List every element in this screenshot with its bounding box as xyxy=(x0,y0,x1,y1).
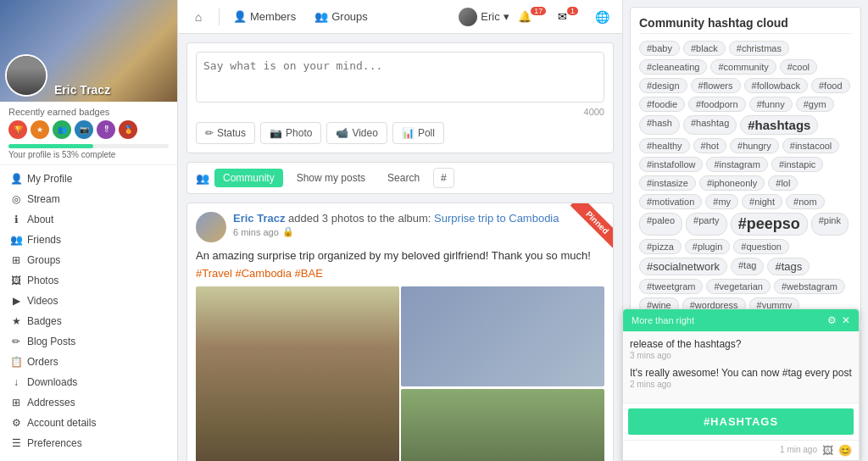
tag-instafollow[interactable]: #instafollow xyxy=(639,157,703,172)
nav-orders[interactable]: 📋Orders xyxy=(0,352,177,372)
user-menu[interactable]: Eric ▾ xyxy=(459,8,509,26)
home-button[interactable]: ⌂ xyxy=(186,5,210,29)
nav-about[interactable]: ℹAbout xyxy=(0,209,177,230)
tab-search[interactable]: Search xyxy=(379,169,428,187)
tag-question[interactable]: #question xyxy=(733,239,789,254)
nav-account-details[interactable]: ⚙Account details xyxy=(0,413,177,433)
tag-hashtag[interactable]: #hashtag xyxy=(683,115,737,135)
post-photo-main[interactable] xyxy=(196,286,399,461)
tag-gym[interactable]: #gym xyxy=(796,97,834,112)
tag-hashtags[interactable]: #hashtags xyxy=(740,115,818,135)
avatar[interactable] xyxy=(5,54,47,97)
envelope-icon: ✉ xyxy=(558,10,567,23)
tag-webstagram[interactable]: #webstagram xyxy=(774,279,845,294)
chat-emoji-icon[interactable]: 😊 xyxy=(838,444,852,457)
members-nav-link[interactable]: 👤 Members xyxy=(228,10,301,23)
nav-friends[interactable]: 👥Friends xyxy=(0,230,177,250)
video-button[interactable]: 📹 Video xyxy=(326,122,387,144)
tag-pizza[interactable]: #pizza xyxy=(639,239,682,254)
tag-instasize[interactable]: #instasize xyxy=(639,175,696,191)
tab-hash[interactable]: # xyxy=(433,168,454,188)
tag-tweetgram[interactable]: #tweetgram xyxy=(639,279,703,294)
nav-photos[interactable]: 🖼Photos xyxy=(0,270,177,291)
badge-1[interactable]: 🏆 xyxy=(8,120,27,139)
nav-downloads[interactable]: ↓Downloads xyxy=(0,372,177,392)
tag-vegetarian[interactable]: #vegetarian xyxy=(706,279,771,294)
post-photo-top-right[interactable] xyxy=(401,286,604,386)
tab-my-posts[interactable]: Show my posts xyxy=(288,169,374,187)
nav-blog-label: Blog Posts xyxy=(27,336,75,347)
tag-christmas[interactable]: #christmas xyxy=(729,41,789,56)
nav-badges[interactable]: ★Badges xyxy=(0,311,177,331)
tag-hash[interactable]: #hash xyxy=(639,115,680,135)
tag-iphoneonly[interactable]: #iphoneonly xyxy=(699,175,765,191)
nav-groups[interactable]: ⊞Groups xyxy=(0,250,177,270)
tag-instapic[interactable]: #instapic xyxy=(771,157,823,172)
tag-socialnetwork[interactable]: #socialnetwork xyxy=(639,258,727,275)
post-action-line: Eric Tracz added 3 photos to the album: … xyxy=(233,212,604,225)
tag-food[interactable]: #food xyxy=(811,78,850,93)
poll-button[interactable]: 📊 Poll xyxy=(392,122,444,144)
badge-2[interactable]: ★ xyxy=(31,120,49,139)
nav-videos[interactable]: ▶Videos xyxy=(0,291,177,311)
tag-instacool[interactable]: #instacool xyxy=(782,138,840,153)
tag-healthy[interactable]: #healthy xyxy=(639,138,690,153)
tag-community[interactable]: #community xyxy=(710,59,776,75)
post-photo-bottom-right[interactable] xyxy=(401,389,604,461)
tag-baby[interactable]: #baby xyxy=(639,41,680,56)
status-button[interactable]: ✏ Status xyxy=(196,122,255,144)
nav-my-profile[interactable]: 👤My Profile xyxy=(0,169,177,189)
badge-5[interactable]: 🎖 xyxy=(97,120,115,139)
tag-cleaneating[interactable]: #cleaneating xyxy=(639,59,707,75)
tag-followback[interactable]: #followback xyxy=(744,78,808,93)
tag-paleo[interactable]: #paleo xyxy=(639,213,682,236)
tag-hungry[interactable]: #hungry xyxy=(730,138,779,153)
tag-foodie[interactable]: #foodie xyxy=(639,97,685,112)
badge-3[interactable]: 👥 xyxy=(53,120,71,139)
tag-pink[interactable]: #pink xyxy=(811,213,849,236)
tag-instagram[interactable]: #instagram xyxy=(706,157,767,172)
about-icon: ℹ xyxy=(10,214,22,225)
nav-preferences[interactable]: ☰Preferences xyxy=(0,433,177,453)
badge-6[interactable]: 🏅 xyxy=(119,120,137,139)
chat-popup: More than right ⚙ ✕ release of the hasht… xyxy=(622,308,860,461)
badge-4[interactable]: 📷 xyxy=(75,120,93,139)
tag-my[interactable]: #my xyxy=(705,194,738,209)
tag-flowers[interactable]: #flowers xyxy=(691,78,741,93)
chat-image-icon[interactable]: 🖼 xyxy=(822,444,833,457)
hashtag-button[interactable]: #HASHTAGS xyxy=(628,408,854,435)
tag-tag[interactable]: #tag xyxy=(731,258,764,275)
notifications-button[interactable]: 🔔 17 xyxy=(518,10,550,23)
tag-party[interactable]: #party xyxy=(686,213,727,236)
tag-plugin[interactable]: #plugin xyxy=(685,239,730,254)
nav-stream[interactable]: ◎Stream xyxy=(0,189,177,209)
tag-cool[interactable]: #cool xyxy=(780,59,817,75)
nav-account-label: Account details xyxy=(27,417,96,429)
tag-black[interactable]: #black xyxy=(683,41,726,56)
groups-nav-link[interactable]: 👥 Groups xyxy=(309,10,373,23)
chat-gear-icon[interactable]: ⚙ xyxy=(827,314,837,326)
tab-community[interactable]: Community xyxy=(214,169,283,187)
tag-hot[interactable]: #hot xyxy=(693,138,726,153)
tag-night[interactable]: #night xyxy=(742,194,782,209)
globe-button[interactable]: 🌐 xyxy=(590,5,614,29)
status-label: Status xyxy=(217,127,246,139)
blog-icon: ✏ xyxy=(10,336,22,347)
tag-tags[interactable]: #tags xyxy=(767,258,810,275)
tag-motivation[interactable]: #motivation xyxy=(639,194,702,209)
tag-foodporn[interactable]: #foodporn xyxy=(688,97,746,112)
photo-button[interactable]: 📷 Photo xyxy=(260,122,321,144)
tag-nom[interactable]: #nom xyxy=(786,194,825,209)
messages-button[interactable]: ✉ 1 xyxy=(558,10,581,23)
post-hashtags[interactable]: #Travel #Cambodia #BAE xyxy=(196,267,604,280)
tag-lol[interactable]: #lol xyxy=(768,175,798,191)
nav-blog-posts[interactable]: ✏Blog Posts xyxy=(0,331,177,352)
tag-design[interactable]: #design xyxy=(639,78,687,93)
post-author[interactable]: Eric Tracz xyxy=(233,212,285,225)
post-album-link[interactable]: Surprise trip to Cambodia xyxy=(434,212,559,225)
nav-addresses[interactable]: ⊞Addresses xyxy=(0,392,177,413)
compose-input[interactable] xyxy=(196,52,604,103)
tag-funny[interactable]: #funny xyxy=(749,97,793,112)
chat-close-icon[interactable]: ✕ xyxy=(842,314,850,326)
tag-peepso[interactable]: #peepso xyxy=(731,213,808,236)
